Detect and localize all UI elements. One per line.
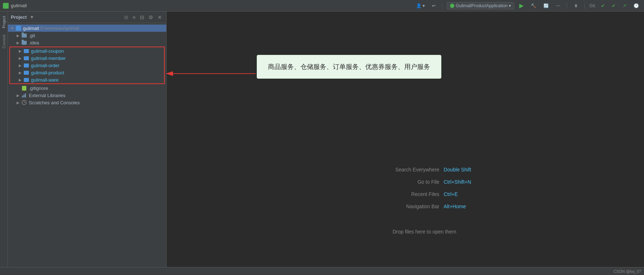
title-bar-right: 👤 ▾ ↩ GulimallProductApplication ▾ ▶ 🔨 🔄…	[414, 1, 641, 10]
svg-rect-2	[25, 93, 26, 97]
run-config-arrow: ▾	[509, 3, 511, 8]
panel-dropdown[interactable]: ▼	[30, 14, 34, 20]
gitignore-label: .gitignore	[29, 86, 48, 91]
callout-text: 商品服务、仓储服务、订单服务、优惠券服务、用户服务	[268, 63, 430, 70]
app-title: gulimall	[11, 3, 27, 8]
more-button[interactable]: ⋯	[554, 3, 563, 9]
shortcut-row-nav: Navigation Bar Alt+Home	[389, 204, 471, 209]
gulimall-path: D:\workspace\gulimall	[40, 26, 79, 30]
coupon-arrow[interactable]: ▶	[17, 49, 23, 53]
order-arrow[interactable]: ▶	[17, 64, 23, 67]
expand-icon[interactable]: ≡	[131, 14, 137, 21]
ware-label: gulimall-ware	[31, 77, 59, 83]
ware-arrow[interactable]: ▶	[17, 78, 23, 82]
shortcut-row-recent: Recent Files Ctrl+E	[389, 191, 471, 197]
project-folder-icon	[16, 26, 21, 31]
gitignore-file-icon	[21, 85, 27, 91]
member-arrow[interactable]: ▶	[17, 56, 23, 60]
status-bar: CSDN @lwj_07	[0, 267, 644, 275]
ware-folder-icon	[23, 77, 30, 83]
editor-area: 商品服务、仓储服务、订单服务、优惠券服务、用户服务 Search Everywh…	[167, 12, 644, 267]
member-label: gulimall-member	[31, 56, 66, 61]
side-tabs: Project Commit	[0, 12, 8, 267]
build-button[interactable]: 🔨	[529, 3, 538, 9]
svg-rect-0	[22, 96, 23, 97]
run-config-label: GulimallProductApplication	[456, 3, 507, 8]
shortcut-search-label: Search Everywhere	[389, 167, 439, 173]
git-check1[interactable]: ✔	[599, 3, 607, 9]
product-folder-icon	[23, 70, 30, 75]
tree-item-order[interactable]: ▶ gulimall-order	[10, 62, 164, 69]
update-button[interactable]: 🔄	[541, 3, 551, 9]
separator2	[567, 3, 567, 9]
settings-icon[interactable]: ⚙	[147, 14, 155, 21]
tree-item-git[interactable]: ▶ .git	[8, 32, 166, 39]
product-arrow[interactable]: ▶	[17, 71, 23, 75]
product-label: gulimall-product	[31, 70, 64, 75]
coupon-label: gulimall-coupon	[31, 48, 64, 54]
order-label: gulimall-order	[31, 63, 59, 68]
git-push[interactable]: ↗	[621, 3, 628, 9]
shortcuts-area: Search Everywhere Double Shift Go to Fil…	[389, 167, 471, 209]
tree-item-scratches[interactable]: ▶ Scratches and Consoles	[8, 99, 166, 106]
separator3	[585, 3, 585, 9]
tree-item-gulimall[interactable]: ▼ gulimall D:\workspace\gulimall	[8, 25, 166, 32]
shortcut-recent-key: Ctrl+E	[444, 191, 458, 197]
git-check2[interactable]: ✔	[610, 3, 618, 9]
suspend-button[interactable]: ⏸	[572, 3, 580, 9]
coupon-folder-icon	[23, 48, 30, 54]
run-button[interactable]: ▶	[517, 1, 526, 10]
git-folder-icon	[21, 32, 27, 38]
svg-rect-1	[23, 95, 25, 97]
project-tree: ▼ gulimall D:\workspace\gulimall ▶ .git	[8, 23, 166, 267]
shortcut-recent-label: Recent Files	[389, 191, 439, 197]
ext-libraries-arrow[interactable]: ▶	[15, 93, 21, 97]
idea-arrow[interactable]: ▶	[15, 41, 21, 45]
tree-item-idea[interactable]: ▶ .idea	[8, 39, 166, 46]
run-config-dropdown[interactable]: GulimallProductApplication ▾	[447, 2, 514, 9]
title-bar-left: gulimall	[3, 3, 414, 9]
shortcut-goto-key: Ctrl+Shift+N	[444, 179, 471, 185]
idea-label: .idea	[29, 40, 39, 45]
status-bar-right: CSDN @lwj_07	[613, 269, 641, 274]
shortcut-nav-key: Alt+Home	[444, 204, 466, 209]
separator1	[442, 3, 442, 9]
run-config-icon	[450, 4, 454, 8]
tree-item-coupon[interactable]: ▶ gulimall-coupon	[10, 47, 164, 54]
user-icon[interactable]: 👤 ▾	[414, 3, 427, 9]
panel-header: Project ▼ ⊙ ≡ ⊟ ⚙ ✕	[8, 12, 166, 23]
gulimall-label: gulimall	[23, 26, 39, 31]
gulimall-arrow[interactable]: ▼	[9, 26, 15, 30]
back-icon[interactable]: ↩	[430, 3, 438, 9]
idea-folder-icon	[21, 40, 27, 45]
tree-item-member[interactable]: ▶ gulimall-member	[10, 54, 164, 62]
shortcut-goto-label: Go to File	[389, 179, 439, 185]
project-panel: Project ▼ ⊙ ≡ ⊟ ⚙ ✕ ▼ gulimall D:\worksp…	[8, 12, 167, 267]
callout-box: 商品服务、仓储服务、订单服务、优惠券服务、用户服务	[257, 55, 441, 79]
drop-text: Drop files here to open them	[393, 229, 456, 235]
tree-item-gitignore[interactable]: ▶ .gitignore	[8, 84, 166, 92]
locate-icon[interactable]: ⊙	[123, 14, 130, 21]
shortcut-search-key: Double Shift	[444, 167, 471, 173]
shortcut-nav-label: Navigation Bar	[389, 204, 439, 209]
side-tab-project[interactable]: Project	[1, 13, 7, 31]
scratches-icon	[21, 100, 27, 105]
tree-item-ware[interactable]: ▶ gulimall-ware	[10, 76, 164, 83]
scratches-arrow[interactable]: ▶	[15, 101, 21, 105]
title-bar: gulimall 👤 ▾ ↩ GulimallProductApplicatio…	[0, 0, 644, 12]
panel-header-actions: ⊙ ≡ ⊟ ⚙ ✕	[123, 14, 163, 21]
scratches-label: Scratches and Consoles	[29, 100, 80, 105]
panel-title: Project	[11, 14, 27, 20]
history-button[interactable]: 🕐	[631, 3, 641, 9]
side-tab-commit[interactable]: Commit	[1, 32, 7, 51]
highlighted-modules-group: ▶ gulimall-coupon ▶ gulimall-member	[9, 47, 165, 84]
ext-libraries-label: External Libraries	[29, 93, 65, 98]
tree-item-product[interactable]: ▶ gulimall-product	[10, 69, 164, 76]
gulimall-icon	[15, 25, 22, 31]
close-icon[interactable]: ✕	[156, 14, 163, 21]
tree-item-ext-libraries[interactable]: ▶ External Libraries	[8, 92, 166, 99]
shortcut-row-search: Search Everywhere Double Shift	[389, 167, 471, 173]
git-arrow[interactable]: ▶	[15, 34, 21, 38]
ext-libraries-icon	[21, 92, 27, 98]
collapse-icon[interactable]: ⊟	[138, 14, 146, 21]
